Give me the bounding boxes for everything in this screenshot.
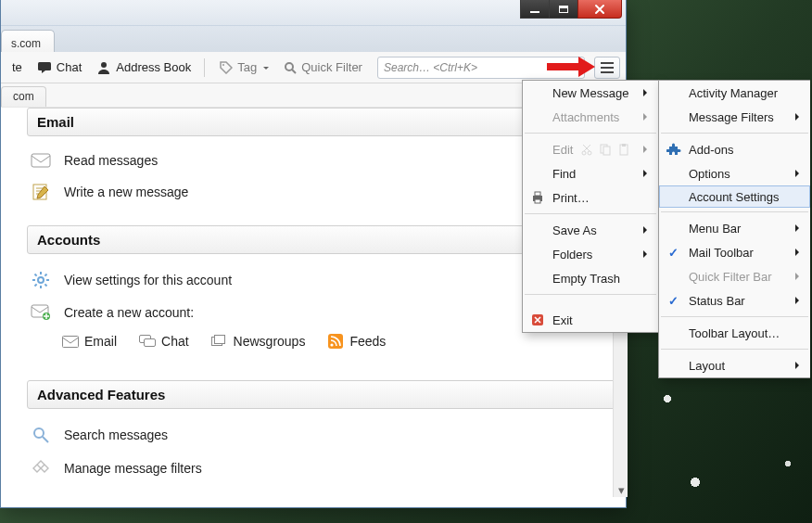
menu-menu-bar[interactable]: Menu Bar <box>659 216 810 240</box>
menu-options[interactable]: Options <box>659 161 810 185</box>
copy-icon <box>599 143 612 156</box>
chat-button[interactable]: Chat <box>32 57 87 77</box>
menu-save-as[interactable]: Save As <box>523 218 658 242</box>
check-icon: ✓ <box>668 294 679 308</box>
address-book-button[interactable]: Address Book <box>91 57 197 78</box>
toolbar-label: Address Book <box>116 60 191 74</box>
menu-print[interactable]: Print… <box>523 185 658 210</box>
svg-point-30 <box>582 151 586 155</box>
menu-label: Quick Filter Bar <box>689 270 772 284</box>
exit-icon <box>530 313 545 327</box>
mini-label: Chat <box>161 334 189 349</box>
minimize-button[interactable] <box>520 0 550 19</box>
toolbar-label: Quick Filter <box>301 60 362 74</box>
titlebar <box>1 0 626 26</box>
menu-mail-toolbar[interactable]: ✓ Mail Toolbar <box>659 240 810 264</box>
menu-label: Attachments <box>552 110 619 124</box>
svg-point-27 <box>331 343 334 346</box>
menu-message-filters[interactable]: Message Filters <box>659 105 810 129</box>
search-input[interactable]: Search… <Ctrl+K> <box>377 57 585 79</box>
paste-icon <box>617 143 630 156</box>
row-label: Search messages <box>64 427 168 442</box>
menu-account-settings[interactable]: Account Settings <box>659 185 810 208</box>
mail-tab[interactable]: s.com <box>1 30 55 52</box>
quick-filter-button[interactable]: Quick Filter <box>278 57 368 77</box>
menu-exit[interactable]: Exit <box>523 308 658 332</box>
app-menu-button[interactable] <box>594 57 620 79</box>
mini-label: Feeds <box>349 334 386 349</box>
menu-separator <box>661 316 808 317</box>
menu-activity-manager[interactable]: Activity Manager <box>659 81 810 105</box>
tag-button[interactable]: Tag <box>214 57 274 77</box>
svg-rect-33 <box>603 147 610 155</box>
svg-rect-26 <box>328 334 343 349</box>
manage-filters-link[interactable]: Manage message filters <box>27 452 620 485</box>
submenu-arrow-icon <box>795 113 803 121</box>
menu-label: Options <box>689 167 730 181</box>
menu-separator <box>525 294 656 295</box>
main-toolbar: te Chat Address Book Tag Quick Filter Se… <box>1 52 626 83</box>
svg-rect-23 <box>145 339 156 347</box>
menu-label: Layout <box>689 359 725 373</box>
menu-edit: Edit <box>523 137 658 161</box>
mini-label: Newsgroups <box>234 334 306 349</box>
menu-addons[interactable]: Add-ons <box>659 137 810 161</box>
search-placeholder: Search… <Ctrl+K> <box>384 61 477 74</box>
submenu-arrow-icon <box>643 226 651 234</box>
row-label: View settings for this account <box>64 273 232 287</box>
submenu-arrow-icon <box>795 170 803 177</box>
menu-layout[interactable]: Layout <box>659 353 810 377</box>
create-email-account[interactable]: Email <box>62 334 117 349</box>
menu-label: Add-ons <box>689 143 733 157</box>
row-label: Write a new message <box>64 185 188 199</box>
svg-point-3 <box>285 63 293 70</box>
row-label: Manage message filters <box>64 461 202 476</box>
svg-line-18 <box>44 274 46 276</box>
app-menu: New Message Attachments Edit Find Print…… <box>522 80 659 333</box>
svg-line-17 <box>35 284 37 286</box>
close-button[interactable] <box>577 0 622 19</box>
menu-label: Activity Manager <box>689 86 778 100</box>
maximize-button[interactable] <box>549 0 578 19</box>
app-submenu: Activity Manager Message Filters Add-ons… <box>658 80 810 378</box>
rss-icon <box>327 334 344 349</box>
menu-label: Status Bar <box>689 294 745 308</box>
menu-new-message[interactable]: New Message <box>523 81 658 105</box>
newsgroups-icon <box>211 334 228 349</box>
chat-bubbles-icon <box>139 334 156 349</box>
tab-bar: s.com <box>1 26 626 52</box>
toolbar-label: te <box>12 60 22 74</box>
chat-icon <box>37 61 52 74</box>
menu-label: Exit <box>552 313 573 327</box>
search-messages-link[interactable]: Search messages <box>27 418 620 452</box>
svg-rect-38 <box>535 199 540 203</box>
svg-line-4 <box>292 70 296 73</box>
scroll-down-arrow[interactable]: ▾ <box>614 482 628 497</box>
account-subtab[interactable]: com <box>1 86 46 107</box>
menu-separator <box>661 349 808 350</box>
subtab-label: com <box>13 90 34 103</box>
svg-point-31 <box>588 151 591 155</box>
puzzle-icon <box>666 142 681 157</box>
new-account-icon <box>31 304 51 321</box>
create-newsgroup-account[interactable]: Newsgroups <box>211 334 306 349</box>
svg-point-10 <box>38 277 44 283</box>
svg-rect-5 <box>32 154 50 167</box>
menu-toolbar-layout[interactable]: Toolbar Layout… <box>659 321 810 345</box>
submenu-arrow-icon <box>643 89 651 96</box>
submenu-arrow-icon <box>643 170 651 177</box>
menu-find[interactable]: Find <box>523 161 658 185</box>
create-feed-account[interactable]: Feeds <box>327 334 386 349</box>
svg-point-28 <box>34 428 44 438</box>
menu-status-bar[interactable]: ✓ Status Bar <box>659 288 810 313</box>
submenu-arrow-icon <box>795 273 803 280</box>
svg-rect-21 <box>63 336 79 347</box>
svg-line-15 <box>35 274 37 276</box>
write-button[interactable]: te <box>6 57 28 77</box>
menu-folders[interactable]: Folders <box>523 242 658 266</box>
menu-empty-trash[interactable]: Empty Trash <box>523 266 658 290</box>
create-chat-account[interactable]: Chat <box>139 334 189 349</box>
menu-separator <box>661 211 808 212</box>
menu-label: Empty Trash <box>552 272 620 286</box>
submenu-arrow-icon <box>795 297 803 304</box>
